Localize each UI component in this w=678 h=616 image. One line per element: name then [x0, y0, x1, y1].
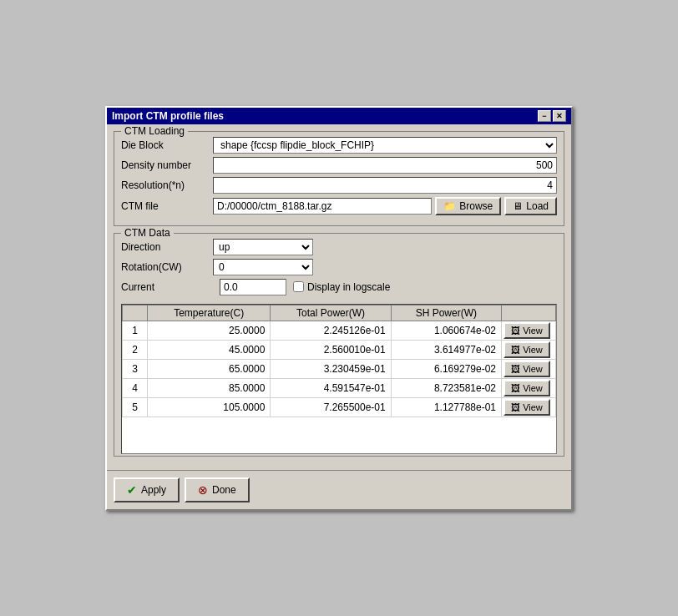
table-row: 5105.00007.265500e-011.127788e-01🖼 View	[123, 397, 556, 417]
row-sh-power: 3.614977e-02	[391, 340, 501, 359]
row-temperature: 85.0000	[148, 378, 271, 397]
rotation-select[interactable]: 0 90 180 270	[213, 259, 313, 275]
logscale-label: Display in logscale	[293, 281, 390, 293]
col-temperature: Temperature(C)	[148, 305, 271, 321]
resolution-input[interactable]	[213, 177, 557, 194]
row-action: 🖼 View	[502, 340, 556, 359]
col-total-power: Total Power(W)	[271, 305, 391, 321]
ctm-loading-group: CTM Loading Die Block shape {fccsp flipd…	[114, 131, 564, 226]
apply-label: Apply	[141, 484, 166, 496]
table-row: 485.00004.591547e-018.723581e-02🖼 View	[123, 378, 556, 397]
row-index: 1	[123, 321, 148, 340]
row-total-power: 2.245126e-01	[271, 321, 391, 340]
row-temperature: 65.0000	[148, 359, 271, 378]
stop-icon: ⊗	[198, 483, 208, 497]
view-button[interactable]: 🖼 View	[503, 361, 550, 377]
load-icon: 🖥	[513, 200, 523, 212]
ctm-file-input[interactable]	[213, 198, 432, 215]
row-total-power: 7.265500e-01	[271, 397, 391, 417]
minimize-button[interactable]: −	[538, 110, 551, 122]
row-action: 🖼 View	[502, 321, 556, 340]
table-row: 245.00002.560010e-013.614977e-02🖼 View	[123, 340, 556, 359]
resolution-row: Resolution(*n)	[121, 177, 557, 194]
table-row: 365.00003.230459e-016.169279e-02🖼 View	[123, 359, 556, 378]
density-row: Density number	[121, 157, 557, 174]
title-controls: − ✕	[538, 110, 566, 122]
resolution-label: Resolution(*n)	[121, 179, 213, 191]
row-sh-power: 1.060674e-02	[391, 321, 501, 340]
row-index: 5	[123, 397, 148, 417]
row-index: 2	[123, 340, 148, 359]
data-table: Temperature(C) Total Power(W) SH Power(W…	[122, 305, 556, 417]
ctm-file-label: CTM file	[121, 200, 213, 212]
view-button[interactable]: 🖼 View	[503, 322, 550, 339]
ctm-data-label: CTM Data	[121, 227, 174, 239]
density-label: Density number	[121, 159, 213, 171]
view-button[interactable]: 🖼 View	[503, 380, 550, 396]
ctm-file-row: CTM file 📁 Browse 🖥 Load	[121, 197, 557, 215]
current-row: Current Display in logscale	[121, 279, 557, 295]
main-window: Import CTM profile files − ✕ CTM Loading…	[105, 106, 573, 511]
data-table-area: Temperature(C) Total Power(W) SH Power(W…	[121, 299, 557, 449]
row-temperature: 105.0000	[148, 397, 271, 417]
direction-row: Direction up down	[121, 239, 557, 255]
load-button[interactable]: 🖥 Load	[504, 197, 557, 215]
table-row: 125.00002.245126e-011.060674e-02🖼 View	[123, 321, 556, 340]
current-input[interactable]	[220, 279, 286, 295]
browse-button[interactable]: 📁 Browse	[435, 197, 501, 215]
direction-select[interactable]: up down	[213, 239, 313, 255]
done-label: Done	[212, 484, 236, 496]
logscale-checkbox[interactable]	[293, 281, 304, 292]
table-header-row: Temperature(C) Total Power(W) SH Power(W…	[123, 305, 556, 321]
view-button[interactable]: 🖼 View	[503, 341, 550, 358]
col-index	[123, 305, 148, 321]
load-label: Load	[526, 200, 549, 212]
row-temperature: 25.0000	[148, 321, 271, 340]
die-block-label: Die Block	[121, 139, 213, 151]
row-action: 🖼 View	[502, 359, 556, 378]
logscale-text: Display in logscale	[307, 281, 390, 293]
data-table-container[interactable]: Temperature(C) Total Power(W) SH Power(W…	[121, 304, 557, 454]
row-total-power: 4.591547e-01	[271, 378, 391, 397]
close-button[interactable]: ✕	[553, 110, 566, 122]
check-icon: ✔	[127, 483, 137, 497]
row-index: 4	[123, 378, 148, 397]
done-button[interactable]: ⊗ Done	[185, 477, 250, 502]
die-block-row: Die Block shape {fccsp flipdie_block_FCH…	[121, 137, 557, 154]
rotation-label: Rotation(CW)	[121, 261, 213, 273]
ctm-loading-label: CTM Loading	[121, 125, 188, 137]
row-sh-power: 8.723581e-02	[391, 378, 501, 397]
col-sh-power: SH Power(W)	[391, 305, 501, 321]
title-bar: Import CTM profile files − ✕	[107, 108, 571, 124]
current-label: Current	[121, 281, 213, 293]
view-button[interactable]: 🖼 View	[503, 399, 550, 416]
col-action	[502, 305, 556, 321]
folder-icon: 📁	[443, 200, 456, 212]
row-sh-power: 6.169279e-02	[391, 359, 501, 378]
row-action: 🖼 View	[502, 397, 556, 417]
die-block-select[interactable]: shape {fccsp flipdie_block_FCHIP}	[213, 137, 557, 154]
row-total-power: 2.560010e-01	[271, 340, 391, 359]
row-index: 3	[123, 359, 148, 378]
row-action: 🖼 View	[502, 378, 556, 397]
apply-button[interactable]: ✔ Apply	[114, 477, 180, 502]
direction-label: Direction	[121, 241, 213, 253]
row-temperature: 45.0000	[148, 340, 271, 359]
browse-label: Browse	[459, 200, 493, 212]
window-title: Import CTM profile files	[112, 110, 224, 122]
rotation-row: Rotation(CW) 0 90 180 270	[121, 259, 557, 275]
ctm-data-group: CTM Data Direction up down Rotation(CW) …	[114, 233, 564, 457]
row-total-power: 3.230459e-01	[271, 359, 391, 378]
row-sh-power: 1.127788e-01	[391, 397, 501, 417]
window-body: CTM Loading Die Block shape {fccsp flipd…	[107, 124, 571, 470]
bottom-bar: ✔ Apply ⊗ Done	[107, 470, 571, 509]
density-input[interactable]	[213, 157, 557, 174]
